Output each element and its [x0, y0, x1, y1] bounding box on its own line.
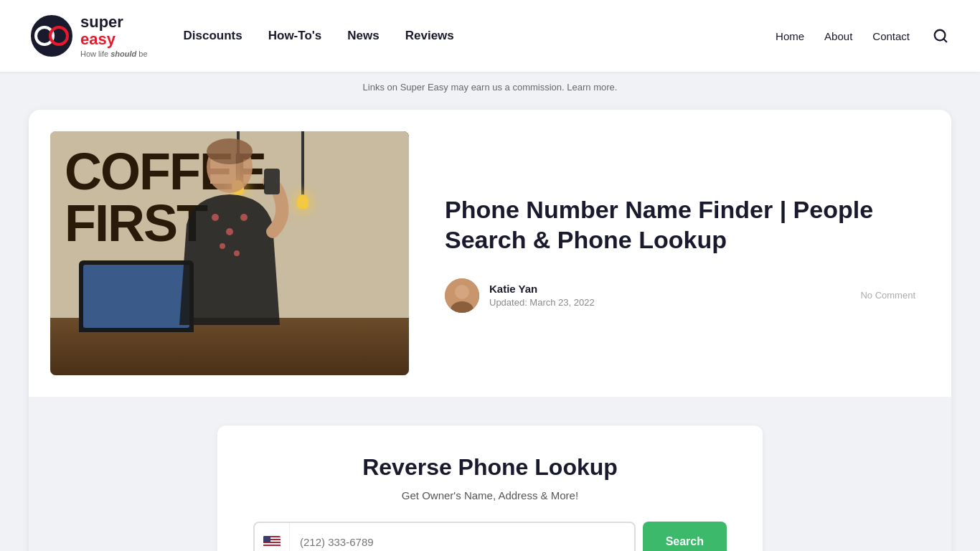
primary-nav: Discounts How-To's News Reviews	[184, 29, 776, 43]
widget-subtitle: Get Owner's Name, Address & More!	[253, 489, 727, 501]
phone-input[interactable]	[290, 523, 634, 551]
article-title: Phone Number Name Finder | People Search…	[445, 194, 915, 255]
svg-point-14	[455, 285, 469, 299]
flag-area	[255, 523, 290, 551]
author-date: Updated: March 23, 2022	[489, 297, 595, 308]
svg-point-12	[234, 250, 240, 256]
search-icon-button[interactable]	[930, 25, 951, 47]
svg-point-8	[212, 214, 219, 221]
nav-home[interactable]: Home	[776, 30, 804, 42]
widget-title: Reverse Phone Lookup	[253, 454, 727, 481]
author-info: Katie Yan Updated: March 23, 2022	[445, 278, 595, 313]
hero-content: Phone Number Name Finder | People Search…	[409, 166, 951, 342]
site-logo[interactable]: super easy How life should be	[29, 13, 148, 59]
logo-easy: easy	[80, 30, 116, 48]
logo-tagline: How life should be	[80, 50, 148, 58]
nav-discounts[interactable]: Discounts	[184, 29, 242, 43]
widget-section: Reverse Phone Lookup Get Owner's Name, A…	[29, 397, 951, 551]
svg-rect-7	[264, 169, 280, 194]
site-header: super easy How life should be Discounts …	[0, 0, 980, 72]
author-name: Katie Yan	[489, 283, 595, 295]
svg-point-10	[240, 214, 248, 221]
svg-point-6	[207, 138, 253, 164]
comment-count: No Comment	[860, 290, 915, 301]
svg-point-11	[220, 243, 225, 249]
us-flag-icon	[263, 536, 281, 547]
author-details: Katie Yan Updated: March 23, 2022	[489, 283, 595, 308]
nav-howtos[interactable]: How-To's	[268, 29, 322, 43]
svg-line-4	[943, 39, 946, 42]
nav-news[interactable]: News	[347, 29, 379, 43]
hero-image: COFFEEFIRST	[50, 131, 409, 375]
author-avatar	[445, 278, 479, 313]
phone-input-row: Search	[253, 522, 727, 551]
nav-contact[interactable]: Contact	[872, 30, 910, 42]
phone-input-wrap	[253, 522, 636, 551]
nav-about[interactable]: About	[824, 30, 852, 42]
secondary-nav: Home About Contact	[776, 25, 951, 47]
nav-reviews[interactable]: Reviews	[405, 29, 454, 43]
article-hero: COFFEEFIRST	[29, 110, 951, 397]
main-card: COFFEEFIRST	[29, 110, 951, 551]
svg-point-9	[226, 228, 233, 235]
search-button[interactable]: Search	[643, 522, 727, 551]
affiliate-notice: Links on Super Easy may earn us a commis…	[0, 72, 980, 103]
article-meta: Katie Yan Updated: March 23, 2022 No Com…	[445, 278, 915, 313]
logo-super: super	[80, 13, 123, 31]
lookup-widget: Reverse Phone Lookup Get Owner's Name, A…	[217, 425, 763, 551]
